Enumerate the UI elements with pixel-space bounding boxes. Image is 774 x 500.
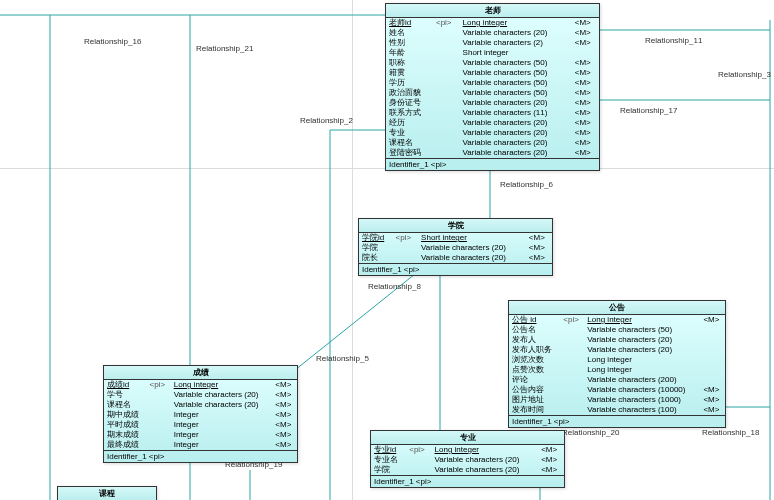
table-row: 职称Variable characters (50)<M>	[386, 58, 599, 68]
entity-teacher[interactable]: 老师 老师id<pi>Long integer<M>姓名Variable cha…	[385, 3, 600, 171]
table-row: 登陆密码Variable characters (20)<M>	[386, 148, 599, 158]
table-row: 公告 id<pi>Long integer<M>	[509, 315, 725, 325]
table-row: 浏览次数Long integer	[509, 355, 725, 365]
relationship-label-r6: Relationship_6	[500, 180, 553, 189]
table-row: 课程名Variable characters (20)<M>	[386, 138, 599, 148]
entity-major[interactable]: 专业 专业id<pi>Long integer<M>专业名Variable ch…	[370, 430, 565, 488]
relationship-label-r11: Relationship_11	[645, 36, 702, 45]
table-row: 年龄Short integer	[386, 48, 599, 58]
table-row: 评论Variable characters (200)	[509, 375, 725, 385]
entity-college-title: 学院	[359, 219, 552, 233]
table-row: 院长Variable characters (20)<M>	[359, 253, 552, 263]
table-row: 公告内容Variable characters (10000)<M>	[509, 385, 725, 395]
table-row: 点赞次数Long integer	[509, 365, 725, 375]
relationship-label-r17: Relationship_17	[620, 106, 677, 115]
table-row: 身份证号Variable characters (20)<M>	[386, 98, 599, 108]
entity-grade-attributes: 成绩id<pi>Long integer<M>学号Variable charac…	[104, 380, 297, 450]
grid-line-vertical	[352, 0, 353, 500]
table-row: 课程名Variable characters (20)<M>	[104, 400, 297, 410]
table-row: 经历Variable characters (20)<M>	[386, 118, 599, 128]
table-row: 专业id<pi>Long integer<M>	[371, 445, 564, 455]
table-row: 专业Variable characters (20)<M>	[386, 128, 599, 138]
relationship-label-r3: Relationship_3	[718, 70, 771, 79]
table-row: 联系方式Variable characters (11)<M>	[386, 108, 599, 118]
table-row: 期中成绩Integer<M>	[104, 410, 297, 420]
table-row: 成绩id<pi>Long integer<M>	[104, 380, 297, 390]
entity-announce-identifier: Identifier_1 <pi>	[509, 415, 725, 427]
table-row: 平时成绩Integer<M>	[104, 420, 297, 430]
relationship-label-r21: Relationship_21	[196, 44, 253, 53]
entity-announce[interactable]: 公告 公告 id<pi>Long integer<M>公告名Variable c…	[508, 300, 726, 428]
table-row: 发布人Variable characters (20)	[509, 335, 725, 345]
table-row: 姓名Variable characters (20)<M>	[386, 28, 599, 38]
entity-announce-title: 公告	[509, 301, 725, 315]
entity-teacher-title: 老师	[386, 4, 599, 18]
relationship-label-r5: Relationship_5	[316, 354, 369, 363]
table-row: 学院Variable characters (20)<M>	[359, 243, 552, 253]
table-row: 学历Variable characters (50)<M>	[386, 78, 599, 88]
table-row: 专业名Variable characters (20)<M>	[371, 455, 564, 465]
entity-college[interactable]: 学院 学院id<pi>Short integer<M>学院Variable ch…	[358, 218, 553, 276]
relationship-label-r8: Relationship_8	[368, 282, 421, 291]
table-row: 学院Variable characters (20)<M>	[371, 465, 564, 475]
table-row: 学号Variable characters (20)<M>	[104, 390, 297, 400]
entity-teacher-identifier: Identifier_1 <pi>	[386, 158, 599, 170]
entity-college-identifier: Identifier_1 <pi>	[359, 263, 552, 275]
entity-college-attributes: 学院id<pi>Short integer<M>学院Variable chara…	[359, 233, 552, 263]
table-row: 老师id<pi>Long integer<M>	[386, 18, 599, 28]
entity-grade-identifier: Identifier_1 <pi>	[104, 450, 297, 462]
table-row: 发布时间Variable characters (100)<M>	[509, 405, 725, 415]
relationship-label-r20: Relationship_20	[562, 428, 619, 437]
table-row: 公告名Variable characters (50)	[509, 325, 725, 335]
entity-grade[interactable]: 成绩 成绩id<pi>Long integer<M>学号Variable cha…	[103, 365, 298, 463]
entity-grade-title: 成绩	[104, 366, 297, 380]
table-row: 期末成绩Integer<M>	[104, 430, 297, 440]
entity-course[interactable]: 课程	[57, 486, 157, 500]
table-row: 性别Variable characters (2)<M>	[386, 38, 599, 48]
relationship-label-r16: Relationship_16	[84, 37, 141, 46]
entity-announce-attributes: 公告 id<pi>Long integer<M>公告名Variable char…	[509, 315, 725, 415]
table-row: 最终成绩Integer<M>	[104, 440, 297, 450]
entity-teacher-attributes: 老师id<pi>Long integer<M>姓名Variable charac…	[386, 18, 599, 158]
entity-major-identifier: Identifier_1 <pi>	[371, 475, 564, 487]
table-row: 政治面貌Variable characters (50)<M>	[386, 88, 599, 98]
entity-major-title: 专业	[371, 431, 564, 445]
table-row: 发布人职务Variable characters (20)	[509, 345, 725, 355]
table-row: 学院id<pi>Short integer<M>	[359, 233, 552, 243]
relationship-label-r2: Relationship_2	[300, 116, 353, 125]
entity-major-attributes: 专业id<pi>Long integer<M>专业名Variable chara…	[371, 445, 564, 475]
table-row: 图片地址Variable characters (1000)<M>	[509, 395, 725, 405]
entity-course-title: 课程	[58, 487, 156, 500]
table-row: 籍贯Variable characters (50)<M>	[386, 68, 599, 78]
relationship-label-r18: Relationship_18	[702, 428, 759, 437]
